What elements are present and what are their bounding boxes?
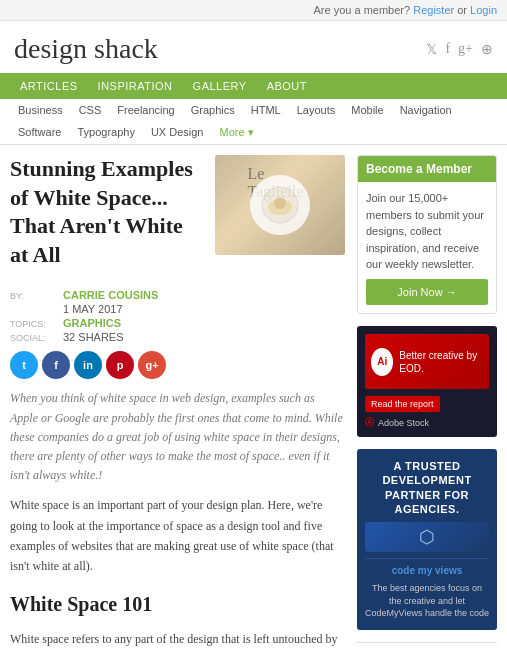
login-link[interactable]: Login (470, 4, 497, 16)
share-pinterest-button[interactable]: p (106, 351, 134, 379)
subnav-more[interactable]: More ▾ (211, 121, 261, 144)
meta-topics-row: TOPICS: GRAPHICS (10, 317, 345, 329)
member-box-text: Join our 15,000+ members to submit your … (366, 192, 484, 270)
blue-box-desc: The best agencies focus on the creative … (365, 582, 489, 620)
by-value: CARRIE COUSINS (63, 289, 158, 301)
subnav-mobile[interactable]: Mobile (343, 99, 391, 121)
register-link[interactable]: Register (413, 4, 454, 16)
featured-image: Le Taglielle (215, 155, 345, 255)
svg-point-2 (274, 197, 286, 209)
join-now-button[interactable]: Join Now (366, 279, 488, 306)
article-title-block: Stunning Examples of White Space... That… (10, 155, 205, 277)
header-social-icons: 𝕏 f g+ ⊕ (426, 41, 493, 58)
article-body: When you think of white space in web des… (10, 389, 345, 650)
date-value: 1 MAY 2017 (63, 303, 123, 315)
header: design shack 𝕏 f g+ ⊕ (0, 21, 507, 73)
subnav-typography[interactable]: Typography (69, 121, 142, 143)
subnav-navigation[interactable]: Navigation (392, 99, 460, 121)
plate-graphic (250, 175, 310, 235)
subnav-ux-design[interactable]: UX Design (143, 121, 212, 143)
featured-image-inner: Le Taglielle (215, 155, 345, 255)
article-intro: When you think of white space in web des… (10, 389, 345, 485)
meta-date-row: 1 MAY 2017 (10, 303, 345, 315)
sub-nav: Business CSS Freelancing Graphics HTML L… (0, 99, 507, 145)
article: Stunning Examples of White Space... That… (10, 155, 345, 650)
social-label: SOCIAL: (10, 333, 55, 343)
twitter-header-icon[interactable]: 𝕏 (426, 41, 437, 58)
main-layout: Stunning Examples of White Space... That… (0, 145, 507, 650)
article-body-2: White space refers to any part of the de… (10, 629, 345, 650)
subnav-software[interactable]: Software (10, 121, 69, 143)
logo[interactable]: design shack (14, 33, 158, 65)
article-subtitle: White Space 101 (10, 587, 345, 621)
subnav-html[interactable]: HTML (243, 99, 289, 121)
adobe-ad-box: Ai Better creative by EOD. Read the repo… (357, 326, 497, 437)
subnav-css[interactable]: CSS (71, 99, 110, 121)
adobe-stock-text: Adobe Stock (378, 418, 429, 428)
adobe-ad-text: Better creative by EOD. (399, 349, 483, 375)
facebook-header-icon[interactable]: f (445, 41, 450, 57)
gplus-header-icon[interactable]: g+ (458, 41, 473, 57)
meta-social-row: SOCIAL: 32 SHARES (10, 331, 345, 343)
adobe-ad-image: Ai Better creative by EOD. (365, 334, 489, 389)
subnav-layouts[interactable]: Layouts (289, 99, 344, 121)
nav-inspiration[interactable]: INSPIRATION (88, 73, 183, 99)
article-meta: BY: CARRIE COUSINS 1 MAY 2017 TOPICS: GR… (10, 289, 345, 343)
member-box: Become a Member Join our 15,000+ members… (357, 155, 497, 314)
topics-value: GRAPHICS (63, 317, 121, 329)
blue-partner-box: A TRUSTED DEVELOPMENT PARTNER FOR AGENCI… (357, 449, 497, 630)
adobe-ad-title: Better creative by EOD. (399, 349, 483, 375)
share-facebook-button[interactable]: f (42, 351, 70, 379)
share-buttons: t f in p g+ (10, 351, 345, 379)
nav-about[interactable]: ABOUT (257, 73, 317, 99)
subnav-freelancing[interactable]: Freelancing (109, 99, 182, 121)
subnav-business[interactable]: Business (10, 99, 71, 121)
article-body-1: White space is an important part of your… (10, 495, 345, 577)
blue-box-graphic: ⬡ (365, 522, 489, 552)
nav-articles[interactable]: ARTICLES (10, 73, 88, 99)
featured-area: Stunning Examples of White Space... That… (10, 155, 345, 277)
nav-gallery[interactable]: GALLERY (183, 73, 257, 99)
share-gplus-button[interactable]: g+ (138, 351, 166, 379)
by-label: BY: (10, 291, 55, 301)
top-bar-text: Are you a member? (314, 4, 411, 16)
sidebar: Become a Member Join our 15,000+ members… (357, 155, 497, 650)
adobe-logo-icon: Ai (371, 348, 393, 376)
author-box: ABOUT THE AUTHOR Carrie Cousins Carrie i… (357, 642, 497, 650)
partner-icon: ⬡ (419, 526, 435, 548)
share-twitter-button[interactable]: t (10, 351, 38, 379)
article-heading: Stunning Examples of White Space... That… (10, 155, 205, 269)
social-value: 32 SHARES (63, 331, 124, 343)
member-box-header: Become a Member (358, 156, 496, 182)
topics-label: TOPICS: (10, 319, 55, 329)
food-icon (260, 185, 300, 225)
meta-by-row: BY: CARRIE COUSINS (10, 289, 345, 301)
adobe-stock-logo: Ⓐ (365, 416, 374, 429)
code-my-views-logo[interactable]: code my views (365, 558, 489, 576)
rss-header-icon[interactable]: ⊕ (481, 41, 493, 58)
member-box-body: Join our 15,000+ members to submit your … (358, 182, 496, 313)
adobe-ad-btn[interactable]: Read the report (365, 396, 440, 412)
blue-box-title: A TRUSTED DEVELOPMENT PARTNER FOR AGENCI… (365, 459, 489, 516)
main-nav: ARTICLES INSPIRATION GALLERY ABOUT (0, 73, 507, 99)
adobe-ad-bottom: Ⓐ Adobe Stock (365, 416, 489, 429)
top-bar: Are you a member? Register or Login (0, 0, 507, 21)
share-linkedin-button[interactable]: in (74, 351, 102, 379)
subnav-graphics[interactable]: Graphics (183, 99, 243, 121)
